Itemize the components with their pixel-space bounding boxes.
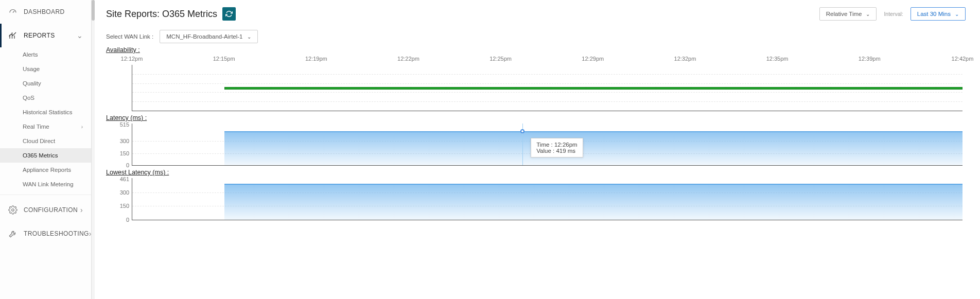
chevron-down-icon: ⌄ — [77, 31, 83, 40]
nav-reports[interactable]: REPORTS ⌄ — [0, 24, 91, 47]
interval-dropdown[interactable]: Last 30 Mins ⌄ — [911, 7, 966, 21]
subitem-o365-metrics[interactable]: O365 Metrics — [0, 148, 91, 163]
chevron-right-icon: › — [89, 230, 92, 238]
wan-link-dropdown[interactable]: MCN_HF-Broadband-Airtel-1 ⌄ — [160, 30, 257, 43]
chevron-right-icon: › — [80, 206, 83, 214]
wrench-icon — [8, 229, 18, 238]
availability-line — [224, 87, 962, 90]
divider — [0, 195, 91, 195]
nav-label: REPORTS — [24, 32, 55, 39]
nav-label: DASHBOARD — [24, 8, 65, 15]
x-axis-labels: 12:12pm 12:15pm 12:19pm 12:22pm 12:25pm … — [132, 56, 962, 64]
page-header: Site Reports: O365 Metrics Relative Time… — [106, 7, 966, 21]
chevron-down-icon: ⌄ — [247, 34, 251, 40]
refresh-button[interactable] — [222, 7, 236, 21]
subitem-realtime[interactable]: Real Time › — [0, 119, 91, 134]
reports-submenu: Alerts Usage Quality QoS Historical Stat… — [0, 47, 91, 191]
hover-point — [520, 129, 524, 133]
subitem-appliance-reports[interactable]: Appliance Reports — [0, 163, 91, 177]
filter-label: Select WAN Link : — [106, 33, 153, 40]
subitem-historical[interactable]: Historical Statistics — [0, 105, 91, 119]
subitem-cloud-direct[interactable]: Cloud Direct — [0, 134, 91, 148]
chart-availability: 12:12pm 12:15pm 12:19pm 12:22pm 12:25pm … — [132, 56, 962, 111]
wan-link-filter: Select WAN Link : MCN_HF-Broadband-Airte… — [106, 30, 966, 43]
subitem-quality[interactable]: Quality — [0, 76, 91, 91]
chart-lowest-latency: 461 300 150 0 — [132, 178, 962, 220]
lowest-latency-area — [224, 184, 962, 220]
chevron-down-icon: ⌄ — [955, 11, 959, 17]
svg-line-0 — [13, 11, 14, 13]
subitem-usage[interactable]: Usage — [0, 62, 91, 76]
relative-time-dropdown[interactable]: Relative Time ⌄ — [819, 7, 877, 21]
chart-latency: 515 300 150 0 Time : 12:26pm Value : 419… — [132, 124, 962, 166]
page-title: Site Reports: O365 Metrics — [106, 9, 217, 20]
gauge-icon — [8, 7, 18, 16]
nav-configuration[interactable]: CONFIGURATION › — [0, 198, 91, 222]
chevron-right-icon: › — [81, 124, 83, 130]
nav-troubleshooting[interactable]: TROUBLESHOOTING › — [0, 222, 91, 245]
refresh-icon — [225, 10, 233, 17]
section-title-availability: Availability : — [106, 46, 966, 54]
header-controls: Relative Time ⌄ Interval: Last 30 Mins ⌄ — [819, 7, 966, 21]
gear-icon — [8, 205, 18, 215]
svg-point-1 — [12, 209, 14, 212]
nav-label: TROUBLESHOOTING — [24, 230, 89, 237]
chevron-down-icon: ⌄ — [866, 11, 870, 17]
sidebar: DASHBOARD REPORTS ⌄ Alerts Usage Quality… — [0, 0, 92, 299]
latency-area — [224, 131, 962, 165]
chart-tooltip: Time : 12:26pm Value : 419 ms — [531, 138, 583, 157]
nav-dashboard[interactable]: DASHBOARD — [0, 0, 91, 24]
subitem-alerts[interactable]: Alerts — [0, 47, 91, 62]
chart-plot[interactable]: 515 300 150 0 Time : 12:26pm Value : 419… — [132, 124, 962, 166]
subitem-wan-link-metering[interactable]: WAN Link Metering — [0, 177, 91, 191]
chart-up-icon — [8, 31, 18, 40]
interval-label: Interval: — [884, 11, 903, 17]
subitem-qos[interactable]: QoS — [0, 91, 91, 105]
main-content: Site Reports: O365 Metrics Relative Time… — [92, 0, 980, 299]
chart-plot[interactable] — [132, 65, 962, 111]
nav-label: CONFIGURATION — [24, 206, 78, 214]
section-title-latency: Latency (ms) : — [106, 114, 966, 121]
chart-plot[interactable]: 461 300 150 0 — [132, 178, 962, 220]
section-title-lowest-latency: Lowest Latency (ms) : — [106, 169, 966, 176]
